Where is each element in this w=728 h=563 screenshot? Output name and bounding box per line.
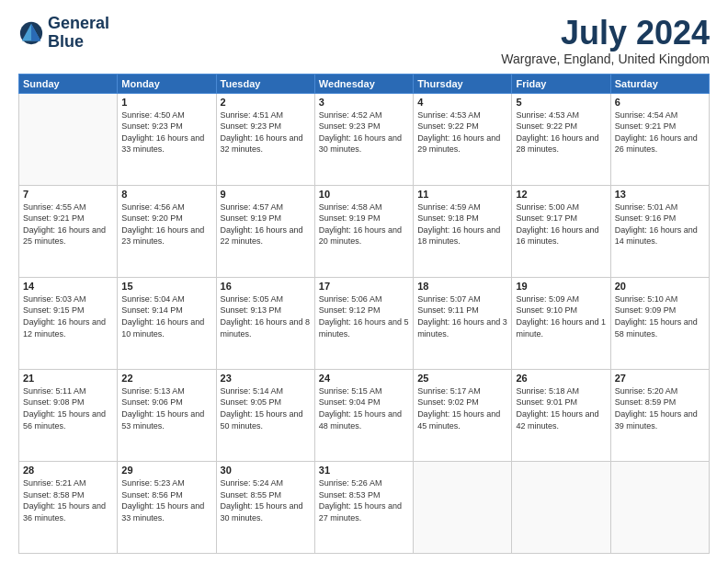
day-info: Sunrise: 5:24 AM Sunset: 8:55 PM Dayligh… [221, 477, 311, 523]
day-info: Sunrise: 5:05 AM Sunset: 9:13 PM Dayligh… [221, 293, 311, 339]
day-info: Sunrise: 5:07 AM Sunset: 9:11 PM Dayligh… [417, 293, 507, 339]
location: Wargrave, England, United Kingdom [501, 52, 710, 66]
weekday-header-row: SundayMondayTuesdayWednesdayThursdayFrid… [19, 74, 710, 93]
day-number: 21 [23, 373, 113, 384]
calendar-cell: 4Sunrise: 4:53 AM Sunset: 9:22 PM Daylig… [414, 93, 512, 185]
day-number: 13 [615, 189, 705, 200]
day-info: Sunrise: 5:13 AM Sunset: 9:06 PM Dayligh… [121, 385, 211, 431]
weekday-header-thursday: Thursday [414, 74, 512, 93]
calendar-cell: 11Sunrise: 4:59 AM Sunset: 9:18 PM Dayli… [414, 185, 512, 277]
day-number: 19 [516, 281, 606, 292]
calendar-cell: 24Sunrise: 5:15 AM Sunset: 9:04 PM Dayli… [314, 369, 413, 461]
calendar-cell: 27Sunrise: 5:20 AM Sunset: 8:59 PM Dayli… [610, 369, 709, 461]
day-info: Sunrise: 5:00 AM Sunset: 9:17 PM Dayligh… [516, 201, 606, 247]
day-info: Sunrise: 4:53 AM Sunset: 9:22 PM Dayligh… [417, 109, 507, 155]
day-number: 26 [516, 373, 606, 384]
calendar-cell: 21Sunrise: 5:11 AM Sunset: 9:08 PM Dayli… [19, 369, 118, 461]
calendar-cell [414, 461, 512, 553]
day-number: 9 [221, 189, 311, 200]
logo-text: General Blue [48, 15, 109, 52]
day-info: Sunrise: 5:14 AM Sunset: 9:05 PM Dayligh… [221, 385, 311, 431]
calendar-cell: 9Sunrise: 4:57 AM Sunset: 9:19 PM Daylig… [216, 185, 314, 277]
day-info: Sunrise: 5:06 AM Sunset: 9:12 PM Dayligh… [319, 293, 409, 339]
calendar-cell [19, 93, 118, 185]
week-row-1: 7Sunrise: 4:55 AM Sunset: 9:21 PM Daylig… [19, 185, 710, 277]
weekday-header-friday: Friday [512, 74, 610, 93]
day-info: Sunrise: 5:20 AM Sunset: 8:59 PM Dayligh… [615, 385, 705, 431]
calendar-cell: 14Sunrise: 5:03 AM Sunset: 9:15 PM Dayli… [19, 277, 118, 369]
day-number: 25 [417, 373, 507, 384]
day-number: 23 [221, 373, 311, 384]
calendar-cell: 10Sunrise: 4:58 AM Sunset: 9:19 PM Dayli… [314, 185, 413, 277]
day-info: Sunrise: 5:10 AM Sunset: 9:09 PM Dayligh… [615, 293, 705, 339]
calendar-cell: 18Sunrise: 5:07 AM Sunset: 9:11 PM Dayli… [414, 277, 512, 369]
day-info: Sunrise: 4:55 AM Sunset: 9:21 PM Dayligh… [23, 201, 113, 247]
week-row-2: 14Sunrise: 5:03 AM Sunset: 9:15 PM Dayli… [19, 277, 710, 369]
day-number: 29 [121, 465, 211, 476]
calendar-cell: 17Sunrise: 5:06 AM Sunset: 9:12 PM Dayli… [314, 277, 413, 369]
week-row-0: 1Sunrise: 4:50 AM Sunset: 9:23 PM Daylig… [19, 93, 710, 185]
day-number: 11 [417, 189, 507, 200]
logo: General Blue [18, 15, 109, 52]
day-number: 2 [221, 97, 311, 108]
day-info: Sunrise: 4:58 AM Sunset: 9:19 PM Dayligh… [319, 201, 409, 247]
day-info: Sunrise: 4:54 AM Sunset: 9:21 PM Dayligh… [615, 109, 705, 155]
week-row-4: 28Sunrise: 5:21 AM Sunset: 8:58 PM Dayli… [19, 461, 710, 553]
day-number: 24 [319, 373, 409, 384]
calendar-cell: 25Sunrise: 5:17 AM Sunset: 9:02 PM Dayli… [414, 369, 512, 461]
calendar-cell: 5Sunrise: 4:53 AM Sunset: 9:22 PM Daylig… [512, 93, 610, 185]
day-number: 4 [417, 97, 507, 108]
day-info: Sunrise: 5:01 AM Sunset: 9:16 PM Dayligh… [615, 201, 705, 247]
logo-line2: Blue [48, 33, 109, 52]
calendar-cell: 31Sunrise: 5:26 AM Sunset: 8:53 PM Dayli… [314, 461, 413, 553]
header: General Blue July 2024 Wargrave, England… [18, 15, 710, 66]
calendar-cell: 30Sunrise: 5:24 AM Sunset: 8:55 PM Dayli… [216, 461, 314, 553]
calendar-cell: 6Sunrise: 4:54 AM Sunset: 9:21 PM Daylig… [610, 93, 709, 185]
calendar-cell: 13Sunrise: 5:01 AM Sunset: 9:16 PM Dayli… [610, 185, 709, 277]
day-number: 6 [615, 97, 705, 108]
calendar-cell: 22Sunrise: 5:13 AM Sunset: 9:06 PM Dayli… [118, 369, 216, 461]
day-number: 10 [319, 189, 409, 200]
week-row-3: 21Sunrise: 5:11 AM Sunset: 9:08 PM Dayli… [19, 369, 710, 461]
calendar-cell: 7Sunrise: 4:55 AM Sunset: 9:21 PM Daylig… [19, 185, 118, 277]
day-info: Sunrise: 5:26 AM Sunset: 8:53 PM Dayligh… [319, 477, 409, 523]
weekday-header-monday: Monday [118, 74, 216, 93]
calendar-cell: 3Sunrise: 4:52 AM Sunset: 9:23 PM Daylig… [314, 93, 413, 185]
logo-icon [18, 20, 44, 46]
day-info: Sunrise: 5:21 AM Sunset: 8:58 PM Dayligh… [23, 477, 113, 523]
day-number: 22 [121, 373, 211, 384]
weekday-header-saturday: Saturday [610, 74, 709, 93]
day-number: 14 [23, 281, 113, 292]
day-number: 18 [417, 281, 507, 292]
calendar-cell: 8Sunrise: 4:56 AM Sunset: 9:20 PM Daylig… [118, 185, 216, 277]
calendar-cell [512, 461, 610, 553]
calendar-cell: 20Sunrise: 5:10 AM Sunset: 9:09 PM Dayli… [610, 277, 709, 369]
calendar-cell: 12Sunrise: 5:00 AM Sunset: 9:17 PM Dayli… [512, 185, 610, 277]
calendar-cell: 29Sunrise: 5:23 AM Sunset: 8:56 PM Dayli… [118, 461, 216, 553]
calendar-cell: 19Sunrise: 5:09 AM Sunset: 9:10 PM Dayli… [512, 277, 610, 369]
day-number: 7 [23, 189, 113, 200]
day-number: 1 [121, 97, 211, 108]
day-info: Sunrise: 4:56 AM Sunset: 9:20 PM Dayligh… [121, 201, 211, 247]
day-info: Sunrise: 4:51 AM Sunset: 9:23 PM Dayligh… [221, 109, 311, 155]
day-number: 27 [615, 373, 705, 384]
day-number: 12 [516, 189, 606, 200]
day-info: Sunrise: 5:17 AM Sunset: 9:02 PM Dayligh… [417, 385, 507, 431]
calendar-cell: 1Sunrise: 4:50 AM Sunset: 9:23 PM Daylig… [118, 93, 216, 185]
calendar-cell: 2Sunrise: 4:51 AM Sunset: 9:23 PM Daylig… [216, 93, 314, 185]
calendar-cell: 26Sunrise: 5:18 AM Sunset: 9:01 PM Dayli… [512, 369, 610, 461]
day-info: Sunrise: 5:18 AM Sunset: 9:01 PM Dayligh… [516, 385, 606, 431]
page: General Blue July 2024 Wargrave, England… [0, 0, 728, 563]
day-info: Sunrise: 5:04 AM Sunset: 9:14 PM Dayligh… [121, 293, 211, 339]
calendar-cell: 16Sunrise: 5:05 AM Sunset: 9:13 PM Dayli… [216, 277, 314, 369]
day-number: 28 [23, 465, 113, 476]
day-info: Sunrise: 5:03 AM Sunset: 9:15 PM Dayligh… [23, 293, 113, 339]
calendar-cell: 15Sunrise: 5:04 AM Sunset: 9:14 PM Dayli… [118, 277, 216, 369]
calendar-cell: 23Sunrise: 5:14 AM Sunset: 9:05 PM Dayli… [216, 369, 314, 461]
weekday-header-sunday: Sunday [19, 74, 118, 93]
month-year: July 2024 [501, 15, 710, 52]
day-info: Sunrise: 4:57 AM Sunset: 9:19 PM Dayligh… [221, 201, 311, 247]
day-info: Sunrise: 4:53 AM Sunset: 9:22 PM Dayligh… [516, 109, 606, 155]
day-info: Sunrise: 5:15 AM Sunset: 9:04 PM Dayligh… [319, 385, 409, 431]
day-number: 31 [319, 465, 409, 476]
